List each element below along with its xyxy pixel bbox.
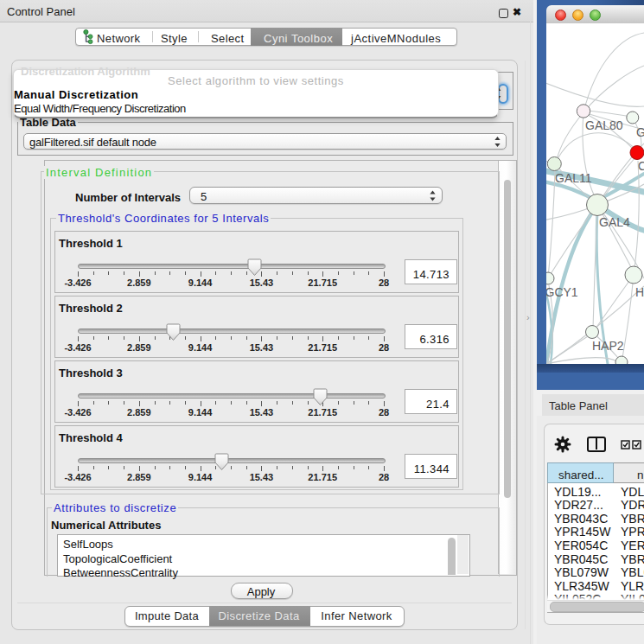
svg-text:GAL11: GAL11 [555, 171, 592, 185]
svg-text:C: C [638, 159, 644, 173]
svg-text:HA: HA [635, 285, 644, 299]
svg-text:GCY1: GCY1 [546, 285, 578, 299]
svg-text:GAL80: GAL80 [585, 118, 623, 132]
svg-text:HAP2: HAP2 [592, 339, 624, 353]
svg-text:GAL4: GAL4 [599, 215, 630, 229]
svg-text:GA: GA [636, 125, 644, 139]
